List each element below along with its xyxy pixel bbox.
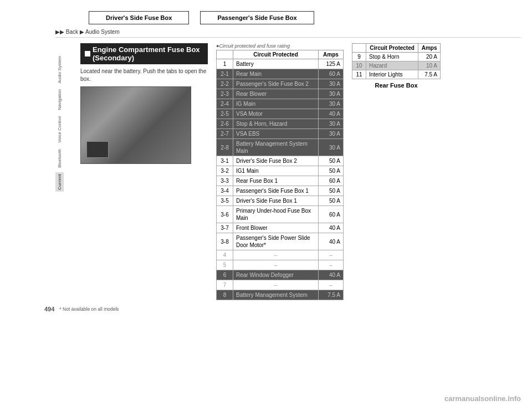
- table-row: 2-7VSA EBS30 A: [217, 129, 344, 139]
- sidebar-item-bt[interactable]: Bluetooth: [55, 147, 64, 169]
- section-title: Engine Compartment Fuse Box (Secondary): [80, 43, 208, 64]
- table-row: 10Hazard10 A: [352, 61, 441, 70]
- engine-compartment-section: Engine Compartment Fuse Box (Secondary) …: [80, 43, 208, 300]
- footnote: * Not available on all models: [59, 306, 119, 312]
- table-row: 8Battery Management System7.5 A: [217, 290, 344, 300]
- table-row: 11Interior Lights7.5 A: [352, 70, 441, 79]
- right-col-circuit: Circuit Protected: [366, 44, 418, 53]
- table-row: 3-8Passenger's Side Power Slide Door Mot…: [217, 233, 344, 250]
- page-number: 494: [44, 306, 54, 312]
- circuit-note: ●Circuit protected and fuse rating: [216, 43, 344, 49]
- table-row: 2-2Passenger's Side Fuse Box 230 A: [217, 79, 344, 89]
- table-row: 5––: [217, 260, 344, 270]
- tab-passengers-side[interactable]: Passenger's Side Fuse Box: [200, 11, 314, 24]
- content-area: Engine Compartment Fuse Box (Secondary) …: [80, 43, 521, 300]
- fuse-box-image: [80, 86, 191, 164]
- table-row: 3-1Driver's Side Fuse Box 250 A: [217, 156, 344, 166]
- main-content: Audio System Navigation Voice Control Bl…: [44, 43, 521, 300]
- table-row: 6Rear Window Defogger40 A: [217, 270, 344, 280]
- sidebar-item-audio[interactable]: Audio System: [55, 54, 64, 85]
- left-sidebar: Audio System Navigation Voice Control Bl…: [44, 43, 75, 300]
- table-row: 3-7Front Blower40 A: [217, 223, 344, 233]
- right-section: Circuit Protected Amps 9Stop & Horn20 A1…: [352, 43, 441, 300]
- table-row: 2-5VSA Motor40 A: [217, 109, 344, 119]
- fuse-table: Circuit Protected Amps 1Battery125 A2-1R…: [216, 50, 344, 300]
- table-row: 2-3Rear Blower30 A: [217, 89, 344, 99]
- breadcrumb-text: ▶▶ Back ▶ Audio System: [55, 29, 120, 35]
- square-icon: [85, 51, 90, 56]
- col-header-amps: Amps: [319, 50, 344, 59]
- col-header-circuit: Circuit Protected: [233, 50, 319, 59]
- breadcrumb: ▶▶ Back ▶ Audio System: [55, 29, 521, 38]
- bottom-area: 494 * Not available on all models: [44, 306, 521, 312]
- col-header-num: [217, 50, 233, 59]
- watermark: carmanualsonline.info: [444, 394, 521, 403]
- table-row: 2-4IG Main30 A: [217, 99, 344, 109]
- fuse-image-overlay: [86, 141, 109, 158]
- sidebar-item-nav[interactable]: Navigation: [55, 88, 64, 112]
- table-row: 9Stop & Horn20 A: [352, 53, 441, 61]
- sidebar-item-voice[interactable]: Voice Control: [55, 115, 64, 145]
- table-row: 3-4Passenger's Side Fuse Box 150 A: [217, 186, 344, 196]
- middle-section: ●Circuit protected and fuse rating Circu…: [216, 43, 344, 300]
- rear-fuse-box-label: Rear Fuse Box: [352, 82, 441, 89]
- table-row: 2-8Battery Management System Main30 A: [217, 139, 344, 156]
- table-row: 3-3Rear Fuse Box 160 A: [217, 176, 344, 186]
- sidebar-item-current[interactable]: Current: [55, 172, 64, 192]
- table-row: 1Battery125 A: [217, 59, 344, 69]
- right-col-amps: Amps: [418, 44, 441, 53]
- page-container: Driver's Side Fuse Box Passenger's Side …: [0, 0, 532, 411]
- right-col-num: [352, 44, 366, 53]
- table-row: 3-6Primary Under-hood Fuse Box Main60 A: [217, 206, 344, 223]
- table-row: 7––: [217, 280, 344, 290]
- table-row: 2-6Stop & Horn, Hazard30 A: [217, 119, 344, 129]
- table-row: 2-1Rear Main60 A: [217, 69, 344, 79]
- fuse-box-description: Located near the battery. Push the tabs …: [80, 68, 208, 83]
- table-row: 3-5Driver's Side Fuse Box 150 A: [217, 196, 344, 206]
- right-circuit-table: Circuit Protected Amps 9Stop & Horn20 A1…: [352, 43, 441, 79]
- top-tabs: Driver's Side Fuse Box Passenger's Side …: [89, 11, 521, 24]
- tab-drivers-side[interactable]: Driver's Side Fuse Box: [89, 11, 189, 24]
- table-row: 3-2IG1 Main50 A: [217, 166, 344, 176]
- section-title-box: Engine Compartment Fuse Box (Secondary): [80, 43, 208, 64]
- table-row: 4––: [217, 250, 344, 260]
